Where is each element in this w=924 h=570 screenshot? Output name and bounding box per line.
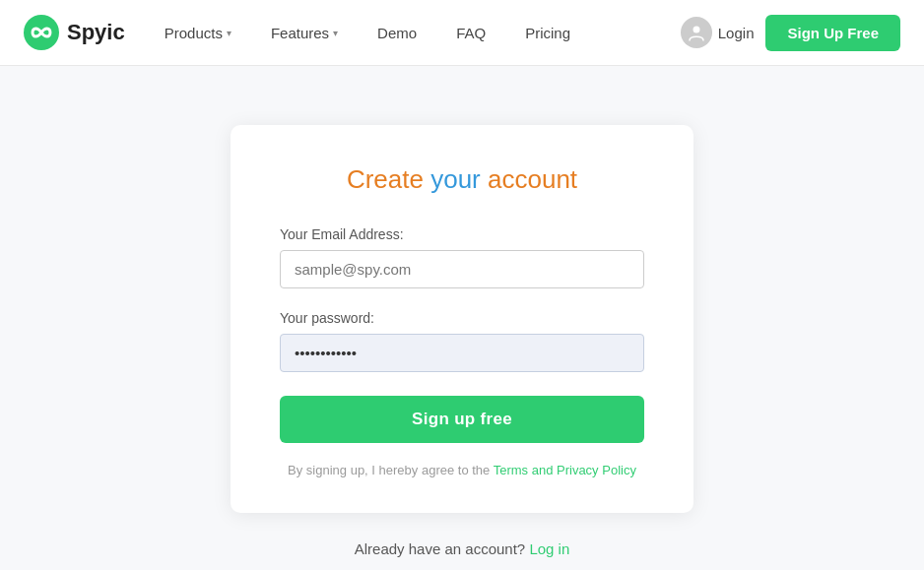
main-content: Create your account Your Email Address: …: [0, 66, 924, 557]
nav-demo[interactable]: Demo: [362, 17, 432, 49]
login-link[interactable]: Log in: [529, 540, 569, 557]
logo-icon: [24, 15, 59, 50]
login-label: Login: [718, 25, 755, 41]
terms-link[interactable]: Terms and Privacy Policy: [494, 463, 636, 477]
signup-nav-button[interactable]: Sign Up Free: [765, 15, 900, 51]
nav-links: Products ▾ Features ▾ Demo FAQ Pricing: [149, 17, 681, 49]
card-title: Create your account: [280, 164, 644, 195]
signup-form-button[interactable]: Sign up free: [280, 396, 644, 443]
brand-name: Spyic: [67, 20, 125, 45]
email-input[interactable]: [280, 250, 644, 288]
navbar: Spyic Products ▾ Features ▾ Demo FAQ Pri…: [0, 0, 924, 66]
user-icon: [681, 17, 712, 48]
chevron-down-icon: ▾: [227, 28, 231, 38]
nav-pricing[interactable]: Pricing: [509, 17, 586, 49]
title-create: Create: [347, 164, 424, 194]
email-label: Your Email Address:: [280, 226, 644, 242]
chevron-down-icon: ▾: [333, 28, 338, 38]
terms-text: By signing up, I hereby agree to the Ter…: [280, 463, 644, 477]
signup-card: Create your account Your Email Address: …: [231, 125, 693, 513]
title-your: your: [430, 164, 481, 194]
nav-features[interactable]: Features ▾: [255, 17, 354, 49]
email-group: Your Email Address:: [280, 226, 644, 288]
svg-point-1: [693, 27, 699, 33]
person-icon: [687, 23, 706, 42]
password-label: Your password:: [280, 310, 644, 326]
nav-faq[interactable]: FAQ: [440, 17, 501, 49]
title-account: account: [488, 164, 577, 194]
logo-link[interactable]: Spyic: [24, 15, 125, 50]
password-input[interactable]: [280, 334, 644, 372]
password-group: Your password:: [280, 310, 644, 372]
login-area[interactable]: Login: [681, 17, 755, 48]
already-account-text: Already have an account? Log in: [355, 540, 570, 557]
nav-right: Login Sign Up Free: [681, 15, 900, 51]
nav-products[interactable]: Products ▾: [149, 17, 247, 49]
